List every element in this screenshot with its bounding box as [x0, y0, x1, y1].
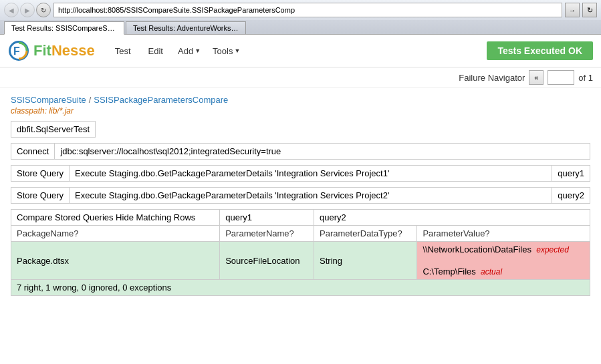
expected-label: expected [536, 245, 569, 254]
go-button[interactable]: → [565, 3, 580, 17]
tab-2[interactable]: Test Results: AdventureWorksSS... ✕ [126, 21, 246, 34]
tools-dropdown-arrow: ▼ [234, 47, 240, 54]
dbfit-class-box: dbfit.SqlServerTest [11, 121, 96, 138]
data-parameter-value: \\NetworkLocation\DataFiles expected C:\… [417, 242, 590, 280]
failure-nav-input[interactable] [548, 70, 574, 85]
compare-header-row: Compare Stored Queries Hide Matching Row… [11, 210, 590, 226]
tab-2-label: Test Results: AdventureWorksSS... [133, 24, 246, 32]
data-package-name: Package.dtsx [11, 242, 220, 280]
failure-nav-prev[interactable]: « [529, 70, 544, 85]
reload-button[interactable]: ↻ [582, 3, 597, 17]
failure-nav-label: Failure Navigator [459, 73, 525, 83]
nav-menu: Test Edit Add ▼ Tools ▼ [108, 43, 245, 59]
breadcrumb: SSISCompareSuite / SSISPackageParameters… [11, 95, 590, 105]
connect-label: Connect [11, 143, 55, 160]
fitnesse-logo-icon: F [8, 40, 29, 61]
actual-label: actual [481, 267, 502, 277]
summary-text: 7 right, 1 wrong, 0 ignored, 0 exception… [11, 280, 590, 296]
nav-add[interactable]: Add ▼ [174, 43, 205, 59]
col-header-datatype: ParameterDataType? [314, 226, 417, 242]
actual-value-text: C:\Temp\Files [423, 266, 475, 277]
tab-1-label: Test Results: SSISCompareSu... [11, 24, 118, 32]
logo-fit: Fit [33, 42, 51, 59]
col-header-param: ParameterName? [220, 226, 314, 242]
nav-buttons: ◀ ▶ ↻ [4, 3, 51, 17]
expected-value-text: \\NetworkLocation\DataFiles [423, 244, 531, 254]
data-parameter-datatype: String [314, 242, 417, 280]
compare-header-col2: query1 [220, 210, 314, 226]
store-query-2-label: Store Query [11, 187, 70, 204]
compare-wrapper: Compare Stored Queries Hide Matching Row… [11, 209, 590, 296]
browser-chrome: ◀ ▶ ↻ → ↻ Test Results: SSISCompareSu...… [0, 0, 601, 35]
breadcrumb-current[interactable]: SSISPackageParametersCompare [94, 95, 228, 105]
failure-navigator: Failure Navigator « of 1 [0, 67, 601, 88]
data-parameter-name: SourceFileLocation [220, 242, 314, 280]
store-query-1-var: query1 [552, 165, 590, 182]
classpath-label: classpath: lib/*.jar [11, 106, 590, 116]
value-spacer [423, 254, 584, 266]
address-bar[interactable] [53, 3, 562, 17]
expected-value-container: \\NetworkLocation\DataFiles expected [423, 244, 584, 254]
add-dropdown-arrow: ▼ [195, 47, 201, 54]
tab-1-close[interactable]: ✕ [122, 25, 124, 32]
tab-1[interactable]: Test Results: SSISCompareSu... ✕ [4, 21, 124, 35]
compare-data-row: Package.dtsx SourceFileLocation String \… [11, 242, 590, 280]
fitnesse-header: F FitNesse Test Edit Add ▼ Tools ▼ Tests… [0, 35, 601, 67]
svg-text:F: F [13, 45, 20, 57]
connect-value: jdbc:sqlserver://localhost\sql2012;integ… [55, 143, 590, 160]
compare-header-col1: Compare Stored Queries Hide Matching Row… [11, 210, 220, 226]
compare-header-col3: query2 [314, 210, 590, 226]
nav-tools[interactable]: Tools ▼ [209, 43, 244, 59]
connect-row: Connect jdbc:sqlserver://localhost\sql20… [11, 143, 590, 160]
col-header-package: PackageName? [11, 226, 220, 242]
actual-value-container: C:\Temp\Files actual [423, 266, 584, 277]
nav-edit[interactable]: Edit [142, 43, 170, 59]
page-content: SSISCompareSuite / SSISPackageParameters… [0, 88, 601, 308]
compare-table: Compare Stored Queries Hide Matching Row… [11, 209, 590, 296]
browser-tabs: Test Results: SSISCompareSu... ✕ Test Re… [0, 20, 601, 34]
breadcrumb-separator: / [89, 95, 92, 105]
failure-nav-of: of 1 [578, 73, 593, 83]
compare-col-header-row: PackageName? ParameterName? ParameterDat… [11, 226, 590, 242]
col-header-value: ParameterValue? [417, 226, 590, 242]
store-query-1-label: Store Query [11, 165, 70, 182]
back-button[interactable]: ◀ [4, 3, 19, 17]
forward-button[interactable]: ▶ [20, 3, 35, 17]
store-query-2-row: Store Query Execute Staging.dbo.GetPacka… [11, 187, 590, 204]
store-query-1-value: Execute Staging.dbo.GetPackageParameterD… [70, 165, 552, 182]
summary-row: 7 right, 1 wrong, 0 ignored, 0 exception… [11, 280, 590, 296]
logo-area: F FitNesse [8, 40, 95, 61]
nav-test[interactable]: Test [108, 43, 138, 59]
store-query-2-value: Execute Staging.dbo.GetPackageParameterD… [70, 187, 552, 204]
logo-text: FitNesse [33, 42, 95, 59]
store-query-2-var: query2 [552, 187, 590, 204]
tests-ok-button[interactable]: Tests Executed OK [487, 41, 593, 60]
store-query-1-row: Store Query Execute Staging.dbo.GetPacka… [11, 165, 590, 182]
refresh-button[interactable]: ↻ [36, 3, 51, 17]
browser-toolbar: ◀ ▶ ↻ → ↻ [0, 0, 601, 20]
breadcrumb-parent[interactable]: SSISCompareSuite [11, 95, 86, 105]
logo-nesse: Nesse [51, 42, 95, 59]
address-bar-container: → [53, 3, 580, 17]
